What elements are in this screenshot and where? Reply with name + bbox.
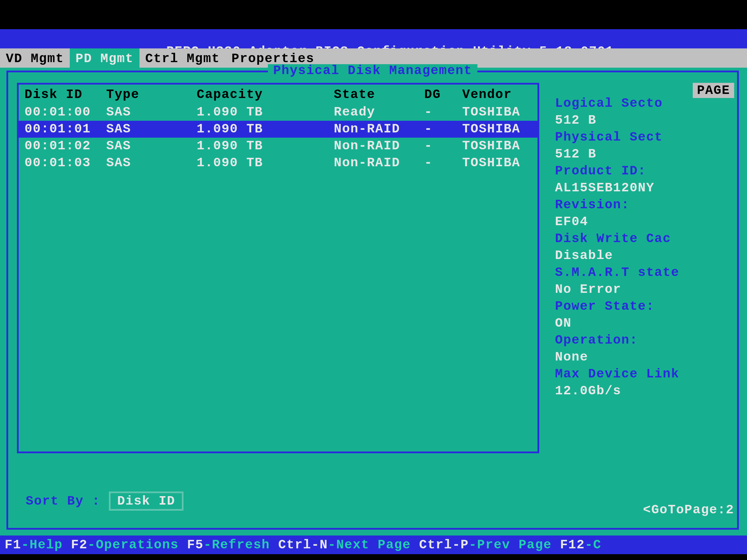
cell-vendor: TOSHIBA (462, 123, 538, 135)
cell-diskid: 00:01:01 (25, 123, 106, 135)
col-header-diskid: Disk ID (25, 88, 106, 101)
tab-pd-mgmt[interactable]: PD Mgmt (70, 48, 139, 68)
tab-ctrl-mgmt[interactable]: Ctrl Mgmt (139, 48, 226, 68)
sort-by-value[interactable]: Disk ID (109, 492, 183, 510)
cell-state: Non-RAID (334, 123, 421, 135)
cell-type: SAS (106, 123, 159, 135)
cell-capacity: 1.090 TB (197, 106, 284, 118)
disk-row[interactable]: 00:01:02 SAS 1.090 TB Non-RAID - TOSHIBA (19, 138, 538, 155)
hint-refresh: -Refresh (204, 537, 278, 552)
prop-label-operation: Operation: (555, 334, 734, 351)
cell-dg: - (424, 139, 454, 152)
cell-vendor: TOSHIBA (462, 156, 538, 169)
disk-list-box: Disk ID Type Capacity State DG Vendor 00… (17, 83, 539, 453)
hint-next-page: -Next Page (328, 537, 419, 552)
prop-value-max-link: 12.0Gb/s (555, 384, 734, 401)
cell-dg: - (424, 123, 454, 135)
prop-value-power-state: ON (555, 317, 734, 334)
cell-diskid: 00:01:02 (25, 139, 106, 152)
hint-f12: -C (585, 537, 601, 552)
prop-value-product-id: AL15SEB120NY (555, 181, 734, 198)
prop-label-max-link: Max Device Link (555, 368, 734, 384)
prop-label-smart-state: S.M.A.R.T state (555, 266, 734, 283)
hint-operations: -Operations (87, 537, 187, 552)
prop-value-write-cache: Disable (555, 249, 734, 266)
col-header-capacity: Capacity (197, 88, 284, 101)
prop-value-smart-state: No Error (555, 283, 734, 300)
hint-prev-page: -Prev Page (469, 537, 560, 552)
prop-value-revision: EF04 (555, 215, 734, 232)
key-ctrl-n: Ctrl-N (278, 537, 328, 552)
disk-row[interactable]: 00:01:00 SAS 1.090 TB Ready - TOSHIBA (19, 104, 538, 121)
key-f5: F5 (187, 537, 204, 552)
title-bar: PERC H330 Adapter BIOS Configuration Uti… (0, 29, 747, 48)
main-body: Physical Disk Management Disk ID Type Ca… (0, 68, 747, 535)
hint-help: -Help (21, 537, 71, 552)
cell-state: Non-RAID (334, 156, 421, 169)
prop-label-product-id: Product ID: (555, 164, 734, 181)
col-header-dg: DG (424, 88, 454, 101)
cell-type: SAS (106, 106, 159, 118)
cell-capacity: 1.090 TB (197, 156, 284, 169)
key-f2: F2 (71, 537, 87, 552)
goto-page-hint: <GoToPage:2 (643, 503, 734, 516)
disk-row[interactable]: 00:01:03 SAS 1.090 TB Non-RAID - TOSHIBA (19, 155, 538, 171)
key-f12: F12 (560, 537, 585, 552)
prop-label-logical-sector: Logical Secto (555, 97, 734, 114)
cell-vendor: TOSHIBA (462, 139, 538, 152)
outer-frame: Physical Disk Management Disk ID Type Ca… (6, 71, 739, 530)
cell-capacity: 1.090 TB (197, 123, 284, 135)
prop-label-revision: Revision: (555, 198, 734, 215)
col-header-type: Type (106, 88, 159, 101)
prop-label-power-state: Power State: (555, 300, 734, 317)
disk-table-header: Disk ID Type Capacity State DG Vendor (19, 86, 538, 103)
disk-row[interactable]: 00:01:01 SAS 1.090 TB Non-RAID - TOSHIBA (19, 121, 538, 138)
prop-label-write-cache: Disk Write Cac (555, 232, 734, 249)
property-panel: PAGE Logical Secto 512 B Physical Sect 5… (554, 83, 734, 516)
prop-value-operation: None (555, 351, 734, 368)
cell-dg: - (424, 106, 454, 118)
cell-diskid: 00:01:00 (25, 106, 106, 118)
cell-type: SAS (106, 156, 159, 169)
prop-label-physical-sector: Physical Sect (555, 131, 734, 148)
help-bar: F1-Help F2-Operations F5-Refresh Ctrl-N-… (0, 535, 747, 554)
page-indicator: PAGE (693, 83, 734, 98)
cell-type: SAS (106, 139, 159, 152)
sort-by-control: Sort By : Disk ID (26, 492, 183, 510)
cell-state: Ready (334, 106, 421, 118)
prop-value-logical-sector: 512 B (555, 114, 734, 131)
cell-diskid: 00:01:03 (25, 156, 106, 169)
cell-state: Non-RAID (334, 139, 421, 152)
panel-title: Physical Disk Management (268, 64, 478, 77)
cell-dg: - (424, 156, 454, 169)
tab-vd-mgmt[interactable]: VD Mgmt (0, 48, 70, 68)
col-header-vendor: Vendor (462, 88, 538, 101)
cell-vendor: TOSHIBA (462, 106, 538, 118)
sort-by-label: Sort By : (26, 495, 100, 507)
key-f1: F1 (5, 537, 21, 552)
cell-capacity: 1.090 TB (197, 139, 284, 152)
key-ctrl-p: Ctrl-P (419, 537, 469, 552)
col-header-state: State (334, 88, 421, 101)
prop-value-physical-sector: 512 B (555, 148, 734, 164)
